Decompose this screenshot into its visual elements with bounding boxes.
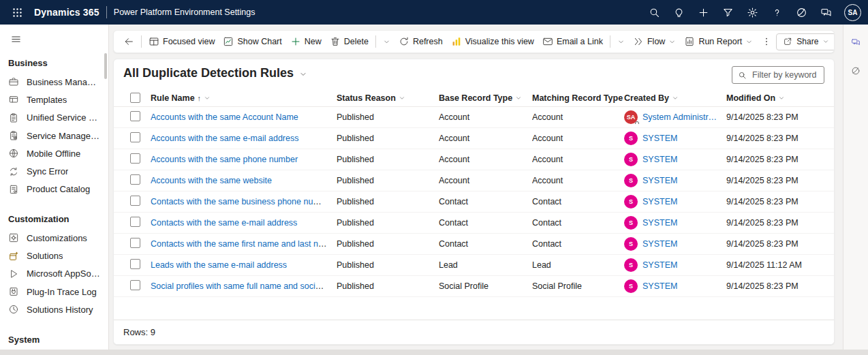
site-map-sidebar: BusinessBusiness Manage...TemplatesUnifi…	[0, 25, 109, 350]
row-checkbox[interactable]	[130, 217, 140, 227]
modified-on-cell: 9/14/2025 8:23 PM	[726, 197, 834, 206]
feedback-chat-icon[interactable]	[847, 34, 865, 50]
rule-name-link[interactable]: Accounts with the same e-mail address	[151, 134, 298, 143]
sidebar-item-product-catalog[interactable]: Product Catalog	[0, 181, 108, 198]
run-report-button[interactable]: Run Report	[680, 33, 757, 50]
topbar-divider	[106, 6, 107, 18]
sidebar-item-solutions-history[interactable]: Solutions History	[0, 300, 108, 318]
visualize-this-view-button[interactable]: Visualize this view	[447, 33, 538, 50]
sidebar-item-label: Service Managem...	[27, 131, 100, 141]
show-chart-button[interactable]: Show Chart	[219, 33, 285, 50]
view-selector[interactable]: All Duplicate Detection Rules	[123, 66, 307, 80]
sidebar-item-microsoft-appsou[interactable]: Microsoft AppSou...	[0, 265, 108, 283]
column-header-modified-on[interactable]: Modified On	[726, 93, 834, 103]
row-checkbox[interactable]	[130, 111, 140, 121]
app-subtitle[interactable]: Power Platform Environment Settings	[114, 7, 255, 17]
column-header-base-record-type[interactable]: Base Record Type	[439, 93, 532, 103]
delete-button[interactable]: Delete	[326, 33, 373, 50]
row-checkbox[interactable]	[130, 153, 140, 164]
sidebar-item-plug-in-trace-log[interactable]: Plug-In Trace Log	[0, 283, 108, 300]
created-by-link[interactable]: SYSTEM	[642, 134, 677, 143]
sidebar-item-label: Business Manage...	[27, 77, 100, 87]
copilot-icon[interactable]	[847, 63, 865, 79]
table-row: Accounts with the same phone numberPubli…	[114, 149, 834, 170]
row-checkbox[interactable]	[130, 259, 140, 269]
matching-cell: Account	[532, 112, 624, 122]
created-by-link[interactable]: SYSTEM	[642, 197, 677, 206]
row-checkbox[interactable]	[130, 280, 140, 290]
created-by-link[interactable]: SYSTEM	[642, 281, 677, 291]
rule-name-link[interactable]: Accounts with the same phone number	[151, 155, 298, 164]
sidebar-item-sync-error[interactable]: Sync Error	[0, 162, 108, 180]
chevron-down-icon	[204, 95, 211, 102]
new-button[interactable]: New	[286, 33, 326, 50]
rule-name-link[interactable]: Accounts with the same Account Name	[151, 112, 298, 122]
settings-icon[interactable]	[741, 3, 764, 22]
column-header-matching-record-type[interactable]: Matching Record Type	[532, 93, 624, 103]
base-cell: Lead	[439, 260, 532, 270]
created-by-link[interactable]: SYSTEM	[642, 239, 677, 249]
rule-name-link[interactable]: Contacts with the same business phone nu…	[151, 197, 332, 206]
chevron-down-icon	[617, 38, 625, 46]
sidebar-item-unified-service-de[interactable]: Unified Service De...	[0, 109, 108, 127]
mail-icon	[542, 36, 553, 47]
keyword-filter	[732, 66, 824, 84]
feedback-icon[interactable]	[814, 3, 837, 22]
created-by-link[interactable]: SYSTEM	[642, 260, 677, 270]
more-commands-button[interactable]	[757, 33, 776, 50]
command-label: Run Report	[698, 37, 742, 46]
rule-name-link[interactable]: Contacts with the same e-mail address	[151, 218, 297, 228]
rule-name-link[interactable]: Contacts with the same first name and la…	[151, 239, 335, 249]
app-window: Dynamics 365 Power Platform Environment …	[0, 0, 868, 355]
command-overflow-chevron[interactable]	[379, 33, 394, 50]
created-by-link[interactable]: SYSTEM	[642, 155, 677, 164]
sidebar-item-customizations[interactable]: Customizations	[0, 229, 108, 247]
row-checkbox[interactable]	[130, 238, 140, 248]
base-cell: Account	[439, 176, 532, 185]
help-icon	[771, 7, 783, 18]
account-avatar[interactable]: SA	[844, 4, 861, 21]
created-by-link[interactable]: SYSTEM	[642, 218, 677, 228]
sidebar-item-business-manage[interactable]: Business Manage...	[0, 73, 108, 91]
focused-view-button[interactable]: Focused view	[144, 33, 219, 50]
filter-icon[interactable]	[716, 3, 739, 22]
sidebar-item-solutions[interactable]: Solutions	[0, 247, 108, 264]
rule-name-link[interactable]: Social profiles with same full name and …	[151, 281, 337, 291]
refresh-icon	[399, 36, 409, 47]
lightbulb-icon[interactable]	[667, 3, 690, 22]
row-checkbox[interactable]	[130, 174, 140, 185]
sidebar-scrollbar[interactable]	[104, 53, 107, 79]
window-bottom-edge	[0, 350, 868, 355]
command-overflow-chevron[interactable]	[613, 33, 629, 50]
hamburger-menu-icon[interactable]	[5, 30, 26, 48]
rule-name-link[interactable]: Accounts with the same website	[151, 176, 272, 185]
filter-by-keyword-input[interactable]	[751, 70, 818, 80]
rule-name-link[interactable]: Leads with the same e-mail address	[151, 260, 287, 270]
chevron-down-icon	[672, 95, 679, 102]
flow-button[interactable]: Flow	[629, 33, 680, 50]
sidebar-item-templates[interactable]: Templates	[0, 91, 108, 108]
add-icon[interactable]	[692, 3, 715, 22]
column-header-status-reason[interactable]: Status Reason	[337, 93, 439, 103]
created-by-link[interactable]: System Administrator (...	[642, 112, 718, 122]
app-launcher-icon[interactable]	[7, 3, 27, 22]
row-checkbox[interactable]	[130, 196, 140, 206]
row-checkbox[interactable]	[130, 132, 140, 142]
column-header-rule-name[interactable]: Rule Name↑	[151, 93, 337, 103]
sidebar-item-label: Product Catalog	[27, 184, 90, 194]
help-icon[interactable]	[765, 3, 788, 22]
table-row: Contacts with the same business phone nu…	[114, 191, 834, 213]
search-icon[interactable]	[642, 3, 666, 22]
refresh-button[interactable]: Refresh	[394, 33, 447, 50]
copilot-icon[interactable]	[790, 3, 813, 22]
email-a-link-button[interactable]: Email a Link	[538, 33, 607, 50]
sidebar-item-service-managem[interactable]: Service Managem...	[0, 127, 108, 144]
app-brand[interactable]: Dynamics 365	[34, 7, 99, 18]
select-all-checkbox[interactable]	[130, 93, 140, 103]
column-header-created-by[interactable]: Created By	[624, 93, 726, 103]
sidebar-item-mobile-offline[interactable]: Mobile Offline	[0, 144, 108, 162]
share-button[interactable]: Share	[776, 33, 835, 50]
column-label: Rule Name	[151, 93, 195, 103]
back-button[interactable]	[119, 33, 138, 50]
created-by-link[interactable]: SYSTEM	[642, 176, 677, 185]
